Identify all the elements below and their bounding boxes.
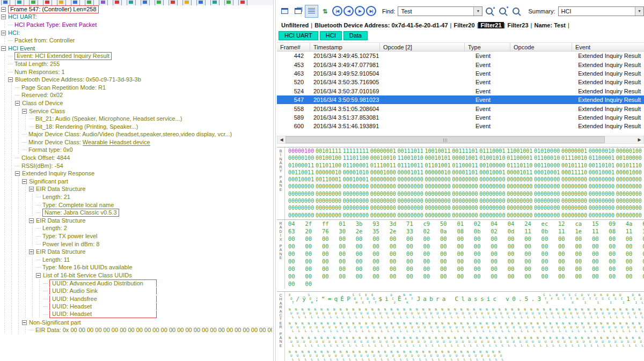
toolbar-icon[interactable] — [196, 0, 206, 5]
scrollbar-thumb[interactable] — [286, 136, 605, 143]
filter-item[interactable]: Filter20 — [451, 22, 477, 28]
character-pane-body[interactable]: EOT/ÿSOH;“=qÉPSOHSTXEOTEOT$ìDC2ÊNAKHTJab… — [285, 292, 644, 361]
expand-box-icon[interactable] — [29, 249, 34, 254]
toolbar-icon[interactable] — [210, 0, 219, 5]
tree-node[interactable]: Extended Inquiry Response — [0, 170, 272, 178]
toolbar-icon[interactable] — [99, 0, 108, 5]
table-row[interactable]: 4532016/3/4 3:49:47.077981EventExtended … — [277, 60, 644, 69]
tree-node[interactable]: Bluetooth Device Address: 0x50-c9-71-3d-… — [0, 76, 272, 84]
cascade-window-icon[interactable] — [291, 5, 305, 18]
expand-box-icon[interactable] — [22, 320, 27, 325]
toolbar-icon[interactable] — [43, 0, 52, 5]
tree-node[interactable]: EIR Data Structure — [0, 248, 272, 256]
expand-box-icon[interactable] — [36, 273, 41, 278]
toolbar-icon[interactable] — [155, 0, 164, 5]
tree-node[interactable]: EIR Data Structure — [0, 217, 272, 225]
table-row[interactable]: 5202016/3/4 3:50:35.716905EventExtended … — [277, 78, 644, 86]
last-frame-button[interactable]: ▶| — [366, 6, 376, 16]
expand-box-icon[interactable] — [29, 218, 34, 223]
tree-node[interactable]: Frame 547: (Controller) Len=258 — [0, 5, 272, 13]
search-icon[interactable] — [509, 5, 523, 18]
column-header[interactable]: Opcode — [510, 43, 572, 51]
tree-node[interactable]: Num Responses: 1 — [0, 68, 272, 76]
tree-node[interactable]: Total Length: 255 — [0, 60, 272, 68]
tree-node[interactable]: Significant part — [0, 178, 272, 186]
tree-node[interactable]: Minor Device Class: Wearable Headset dev… — [0, 138, 272, 146]
tree-node[interactable]: Reserved: 0x02 — [0, 92, 272, 100]
tree-node[interactable]: UUID: Advanced Audio Distribution — [0, 279, 272, 288]
tree-node[interactable]: HCI: — [0, 29, 272, 37]
tree-node[interactable]: Length: 2 — [0, 225, 272, 233]
toolbar-icon[interactable] — [57, 0, 66, 5]
expand-box-icon[interactable] — [22, 109, 27, 114]
panel-splitter[interactable] — [273, 0, 276, 361]
tree-node[interactable]: Bit_18: Rendering (Printing, Speaker...) — [0, 123, 272, 131]
previous-frame-button[interactable]: ◀ — [343, 6, 354, 16]
tree-node[interactable]: UUID: Audio Sink — [0, 287, 272, 295]
toolbar-icon[interactable] — [71, 0, 80, 5]
toolbar-icon[interactable] — [15, 0, 24, 5]
tree-node[interactable]: Service Class — [0, 107, 272, 115]
expand-box-icon[interactable] — [15, 171, 20, 176]
tree-node[interactable]: Class of Device — [0, 99, 272, 107]
column-header[interactable]: Type — [465, 43, 510, 51]
table-row[interactable]: 5242016/3/4 3:50:37.010169EventExtended … — [277, 87, 644, 95]
toolbar-icon[interactable] — [141, 0, 150, 5]
toolbar-icon[interactable] — [238, 0, 247, 5]
first-frame-button[interactable]: |◀ — [332, 6, 342, 16]
expand-box-icon[interactable] — [15, 101, 20, 106]
tree-node[interactable]: Power level in dBm: 8 — [0, 240, 272, 248]
tree-node[interactable]: EIR Data: 0x 00 00 00 00 00 00 00 00 00 … — [0, 326, 272, 334]
table-row[interactable]: 4422016/3/4 3:49:45.102751EventExtended … — [277, 51, 644, 60]
search-next-icon[interactable]: ▼ — [496, 5, 509, 18]
tree-node[interactable]: Packet from: Controller — [0, 36, 272, 45]
sort-toggle-icon[interactable]: ⇅ — [318, 5, 332, 18]
tree-node[interactable]: UUID: Headset — [0, 303, 272, 311]
tree-node[interactable]: Major Device Class: Audio/Video (headset… — [0, 131, 272, 139]
toolbar-icon[interactable] — [29, 0, 38, 5]
tree-node[interactable]: RSSI(dBm): -54 — [0, 162, 272, 170]
scroll-left-arrow[interactable]: ◀ — [277, 136, 286, 143]
tree-node[interactable]: UUID: Handsfree — [0, 295, 272, 303]
toolbar-icon[interactable] — [1, 0, 10, 5]
toolbar-icon[interactable] — [169, 0, 178, 5]
table-row[interactable]: 6002016/3/4 3:51:46.193891EventExtended … — [277, 122, 644, 130]
binary-pane-body[interactable]: 0000010000101111111111110000000100111011… — [285, 148, 644, 219]
tree-node[interactable]: Bit_21: Audio (Speaker, Microphone, Head… — [0, 115, 272, 123]
tree-node[interactable]: Non-Significant part — [0, 319, 272, 327]
chevron-down-icon[interactable]: ▼ — [635, 7, 643, 16]
protocol-tab[interactable]: Data — [343, 31, 368, 40]
filter-item[interactable]: Filter23 — [505, 22, 530, 28]
filter-item[interactable]: Filter21 — [478, 22, 503, 28]
column-header[interactable]: Event — [572, 43, 644, 51]
horizontal-scrollbar[interactable]: ◀ ▶ — [277, 136, 644, 144]
expand-box-icon[interactable] — [1, 46, 6, 51]
tree-node[interactable]: Name: Jabra Classic v0.5.3 — [0, 209, 272, 217]
filter-item[interactable]: Name: Test — [532, 22, 567, 28]
tree-node[interactable]: HCI Event — [0, 45, 272, 53]
tree-node[interactable]: EIR Data Structure — [0, 186, 272, 194]
tree-node[interactable]: HCI Packet Type: Event Packet — [0, 21, 272, 29]
tree-node[interactable]: Type: Complete local name — [0, 201, 272, 209]
table-row[interactable]: 4632016/3/4 3:49:52.910504EventExtended … — [277, 69, 644, 78]
tree-node[interactable]: Event: HCI Extended Inquiry Result — [0, 53, 272, 61]
tree-node[interactable]: Length: 11 — [0, 256, 272, 264]
table-row[interactable]: 5892016/3/4 3:51:37.853081EventExtended … — [277, 113, 644, 122]
table-row[interactable]: 5472016/3/4 3:50:59.981023EventExtended … — [277, 95, 644, 104]
radix-pane-body[interactable]: 042fff013b933d71c9500102040424ec12ca1509… — [285, 220, 644, 289]
next-frame-button[interactable]: ▶ — [355, 6, 365, 16]
window-icon[interactable] — [278, 5, 291, 18]
find-input[interactable]: Test ▼ — [398, 6, 482, 16]
filter-item[interactable]: Unfiltered — [279, 22, 311, 28]
column-header[interactable]: Timestamp — [310, 43, 380, 51]
tree-node[interactable]: Clock Offset: 4844 — [0, 154, 272, 162]
chevron-down-icon[interactable]: ▼ — [473, 7, 482, 16]
tree-node[interactable]: Format type: 0x0 — [0, 146, 272, 154]
list-view-icon[interactable] — [305, 5, 318, 18]
protocol-tab[interactable]: HCI UART — [279, 31, 318, 40]
tree-node[interactable]: UUID: Headset — [0, 311, 272, 319]
column-header[interactable]: Opcode [2] — [380, 43, 465, 51]
expand-box-icon[interactable] — [1, 14, 6, 19]
toolbar-icon[interactable] — [113, 0, 122, 5]
tree-node[interactable]: Page Scan Repetition Mode: R1 — [0, 84, 272, 92]
